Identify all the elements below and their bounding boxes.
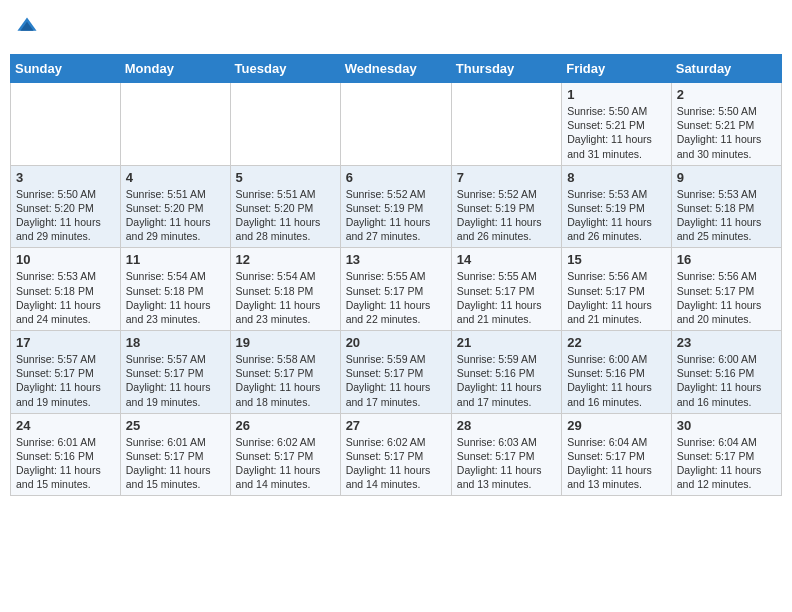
day-info: Sunrise: 5:54 AM Sunset: 5:18 PM Dayligh… bbox=[236, 269, 335, 326]
calendar-cell: 6Sunrise: 5:52 AM Sunset: 5:19 PM Daylig… bbox=[340, 165, 451, 248]
day-info: Sunrise: 6:00 AM Sunset: 5:16 PM Dayligh… bbox=[567, 352, 666, 409]
calendar-cell bbox=[340, 83, 451, 166]
weekday-saturday: Saturday bbox=[671, 55, 781, 83]
day-number: 16 bbox=[677, 252, 776, 267]
calendar-cell: 18Sunrise: 5:57 AM Sunset: 5:17 PM Dayli… bbox=[120, 331, 230, 414]
day-info: Sunrise: 5:59 AM Sunset: 5:16 PM Dayligh… bbox=[457, 352, 556, 409]
calendar-cell: 13Sunrise: 5:55 AM Sunset: 5:17 PM Dayli… bbox=[340, 248, 451, 331]
calendar-cell: 12Sunrise: 5:54 AM Sunset: 5:18 PM Dayli… bbox=[230, 248, 340, 331]
day-number: 10 bbox=[16, 252, 115, 267]
weekday-sunday: Sunday bbox=[11, 55, 121, 83]
day-info: Sunrise: 6:01 AM Sunset: 5:17 PM Dayligh… bbox=[126, 435, 225, 492]
calendar-week-1: 3Sunrise: 5:50 AM Sunset: 5:20 PM Daylig… bbox=[11, 165, 782, 248]
calendar-cell: 30Sunrise: 6:04 AM Sunset: 5:17 PM Dayli… bbox=[671, 413, 781, 496]
calendar-cell: 15Sunrise: 5:56 AM Sunset: 5:17 PM Dayli… bbox=[562, 248, 672, 331]
day-info: Sunrise: 5:57 AM Sunset: 5:17 PM Dayligh… bbox=[16, 352, 115, 409]
day-info: Sunrise: 5:55 AM Sunset: 5:17 PM Dayligh… bbox=[457, 269, 556, 326]
day-info: Sunrise: 6:04 AM Sunset: 5:17 PM Dayligh… bbox=[677, 435, 776, 492]
calendar-cell: 7Sunrise: 5:52 AM Sunset: 5:19 PM Daylig… bbox=[451, 165, 561, 248]
calendar-week-2: 10Sunrise: 5:53 AM Sunset: 5:18 PM Dayli… bbox=[11, 248, 782, 331]
calendar-cell: 11Sunrise: 5:54 AM Sunset: 5:18 PM Dayli… bbox=[120, 248, 230, 331]
day-number: 23 bbox=[677, 335, 776, 350]
day-info: Sunrise: 5:53 AM Sunset: 5:18 PM Dayligh… bbox=[16, 269, 115, 326]
calendar-cell: 4Sunrise: 5:51 AM Sunset: 5:20 PM Daylig… bbox=[120, 165, 230, 248]
calendar-cell: 8Sunrise: 5:53 AM Sunset: 5:19 PM Daylig… bbox=[562, 165, 672, 248]
calendar-cell: 21Sunrise: 5:59 AM Sunset: 5:16 PM Dayli… bbox=[451, 331, 561, 414]
day-number: 21 bbox=[457, 335, 556, 350]
calendar: SundayMondayTuesdayWednesdayThursdayFrid… bbox=[10, 54, 782, 496]
weekday-monday: Monday bbox=[120, 55, 230, 83]
day-number: 29 bbox=[567, 418, 666, 433]
day-number: 8 bbox=[567, 170, 666, 185]
calendar-cell bbox=[451, 83, 561, 166]
day-info: Sunrise: 5:52 AM Sunset: 5:19 PM Dayligh… bbox=[346, 187, 446, 244]
weekday-wednesday: Wednesday bbox=[340, 55, 451, 83]
calendar-cell: 3Sunrise: 5:50 AM Sunset: 5:20 PM Daylig… bbox=[11, 165, 121, 248]
day-number: 11 bbox=[126, 252, 225, 267]
day-info: Sunrise: 5:50 AM Sunset: 5:20 PM Dayligh… bbox=[16, 187, 115, 244]
day-number: 13 bbox=[346, 252, 446, 267]
day-number: 2 bbox=[677, 87, 776, 102]
day-number: 22 bbox=[567, 335, 666, 350]
day-number: 1 bbox=[567, 87, 666, 102]
day-info: Sunrise: 5:56 AM Sunset: 5:17 PM Dayligh… bbox=[567, 269, 666, 326]
calendar-cell: 22Sunrise: 6:00 AM Sunset: 5:16 PM Dayli… bbox=[562, 331, 672, 414]
day-info: Sunrise: 5:53 AM Sunset: 5:18 PM Dayligh… bbox=[677, 187, 776, 244]
header bbox=[10, 10, 782, 48]
logo bbox=[14, 16, 42, 42]
calendar-cell bbox=[230, 83, 340, 166]
calendar-cell: 29Sunrise: 6:04 AM Sunset: 5:17 PM Dayli… bbox=[562, 413, 672, 496]
day-info: Sunrise: 5:51 AM Sunset: 5:20 PM Dayligh… bbox=[236, 187, 335, 244]
day-number: 6 bbox=[346, 170, 446, 185]
day-info: Sunrise: 5:57 AM Sunset: 5:17 PM Dayligh… bbox=[126, 352, 225, 409]
day-number: 24 bbox=[16, 418, 115, 433]
day-info: Sunrise: 5:59 AM Sunset: 5:17 PM Dayligh… bbox=[346, 352, 446, 409]
day-number: 14 bbox=[457, 252, 556, 267]
logo-icon bbox=[16, 16, 38, 38]
day-number: 26 bbox=[236, 418, 335, 433]
day-info: Sunrise: 6:02 AM Sunset: 5:17 PM Dayligh… bbox=[346, 435, 446, 492]
day-number: 9 bbox=[677, 170, 776, 185]
day-number: 4 bbox=[126, 170, 225, 185]
calendar-cell: 20Sunrise: 5:59 AM Sunset: 5:17 PM Dayli… bbox=[340, 331, 451, 414]
day-info: Sunrise: 6:04 AM Sunset: 5:17 PM Dayligh… bbox=[567, 435, 666, 492]
day-number: 15 bbox=[567, 252, 666, 267]
weekday-friday: Friday bbox=[562, 55, 672, 83]
calendar-cell bbox=[120, 83, 230, 166]
day-number: 3 bbox=[16, 170, 115, 185]
day-number: 28 bbox=[457, 418, 556, 433]
day-info: Sunrise: 6:03 AM Sunset: 5:17 PM Dayligh… bbox=[457, 435, 556, 492]
weekday-header-row: SundayMondayTuesdayWednesdayThursdayFrid… bbox=[11, 55, 782, 83]
day-info: Sunrise: 6:02 AM Sunset: 5:17 PM Dayligh… bbox=[236, 435, 335, 492]
calendar-cell: 23Sunrise: 6:00 AM Sunset: 5:16 PM Dayli… bbox=[671, 331, 781, 414]
day-number: 18 bbox=[126, 335, 225, 350]
calendar-week-0: 1Sunrise: 5:50 AM Sunset: 5:21 PM Daylig… bbox=[11, 83, 782, 166]
day-number: 12 bbox=[236, 252, 335, 267]
calendar-cell: 27Sunrise: 6:02 AM Sunset: 5:17 PM Dayli… bbox=[340, 413, 451, 496]
day-info: Sunrise: 5:52 AM Sunset: 5:19 PM Dayligh… bbox=[457, 187, 556, 244]
calendar-cell: 24Sunrise: 6:01 AM Sunset: 5:16 PM Dayli… bbox=[11, 413, 121, 496]
day-number: 30 bbox=[677, 418, 776, 433]
day-info: Sunrise: 5:51 AM Sunset: 5:20 PM Dayligh… bbox=[126, 187, 225, 244]
calendar-cell: 17Sunrise: 5:57 AM Sunset: 5:17 PM Dayli… bbox=[11, 331, 121, 414]
calendar-cell: 19Sunrise: 5:58 AM Sunset: 5:17 PM Dayli… bbox=[230, 331, 340, 414]
calendar-week-3: 17Sunrise: 5:57 AM Sunset: 5:17 PM Dayli… bbox=[11, 331, 782, 414]
day-number: 17 bbox=[16, 335, 115, 350]
day-info: Sunrise: 5:50 AM Sunset: 5:21 PM Dayligh… bbox=[677, 104, 776, 161]
calendar-cell: 25Sunrise: 6:01 AM Sunset: 5:17 PM Dayli… bbox=[120, 413, 230, 496]
day-number: 19 bbox=[236, 335, 335, 350]
calendar-cell: 26Sunrise: 6:02 AM Sunset: 5:17 PM Dayli… bbox=[230, 413, 340, 496]
day-info: Sunrise: 5:50 AM Sunset: 5:21 PM Dayligh… bbox=[567, 104, 666, 161]
calendar-cell: 14Sunrise: 5:55 AM Sunset: 5:17 PM Dayli… bbox=[451, 248, 561, 331]
calendar-cell: 28Sunrise: 6:03 AM Sunset: 5:17 PM Dayli… bbox=[451, 413, 561, 496]
day-info: Sunrise: 6:00 AM Sunset: 5:16 PM Dayligh… bbox=[677, 352, 776, 409]
page-container: SundayMondayTuesdayWednesdayThursdayFrid… bbox=[10, 10, 782, 496]
day-info: Sunrise: 5:58 AM Sunset: 5:17 PM Dayligh… bbox=[236, 352, 335, 409]
day-info: Sunrise: 6:01 AM Sunset: 5:16 PM Dayligh… bbox=[16, 435, 115, 492]
day-info: Sunrise: 5:55 AM Sunset: 5:17 PM Dayligh… bbox=[346, 269, 446, 326]
day-number: 25 bbox=[126, 418, 225, 433]
calendar-cell: 10Sunrise: 5:53 AM Sunset: 5:18 PM Dayli… bbox=[11, 248, 121, 331]
calendar-cell: 2Sunrise: 5:50 AM Sunset: 5:21 PM Daylig… bbox=[671, 83, 781, 166]
calendar-cell: 16Sunrise: 5:56 AM Sunset: 5:17 PM Dayli… bbox=[671, 248, 781, 331]
day-info: Sunrise: 5:56 AM Sunset: 5:17 PM Dayligh… bbox=[677, 269, 776, 326]
